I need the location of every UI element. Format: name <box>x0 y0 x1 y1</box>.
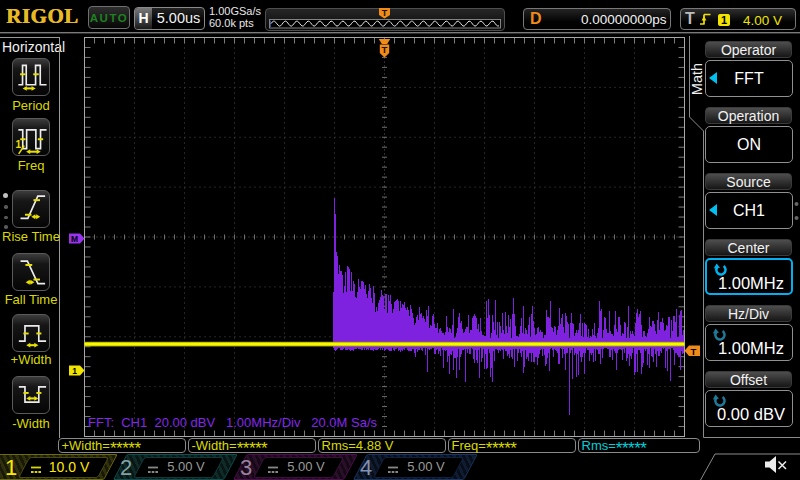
svg-text:1: 1 <box>72 366 77 376</box>
svg-text:M: M <box>71 234 78 244</box>
svg-text:T: T <box>382 44 388 55</box>
